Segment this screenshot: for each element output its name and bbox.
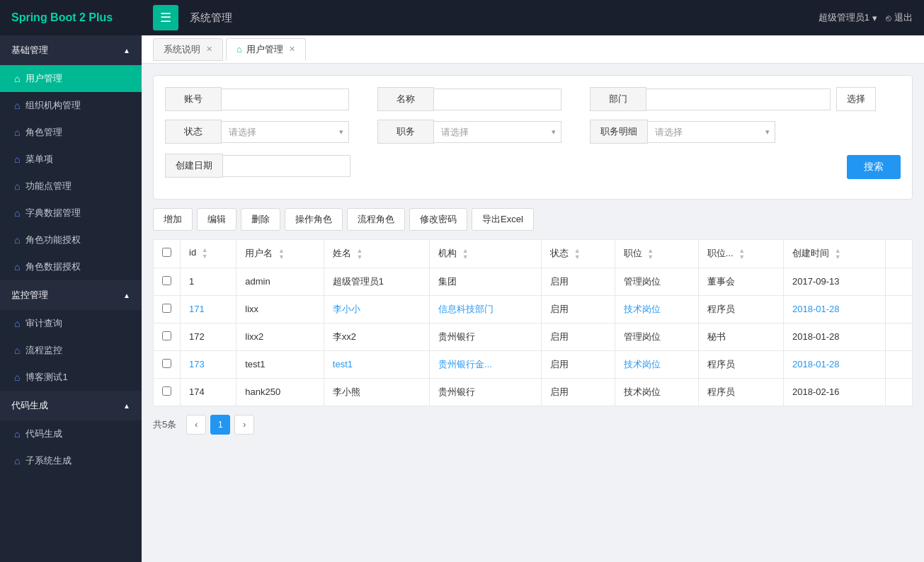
table-row: 174 hank250 李小熊 贵州银行 启用 技术岗位 程序员 2018-02… [154,378,913,406]
dept-input[interactable] [646,88,831,110]
cell-actions [885,323,912,350]
cell-username: hank250 [236,378,324,406]
user-dropdown-icon: ▾ [872,13,877,23]
tab-sysinfo[interactable]: 系统说明 ✕ [153,38,223,61]
search-form: 账号 名称 部门 选择 状态 请选择 启用 [153,75,913,200]
account-label: 账号 [165,87,222,111]
change-pwd-button[interactable]: 修改密码 [409,208,467,231]
tab-sysinfo-label: 系统说明 [164,43,200,56]
sidebar-item-dict-mgmt[interactable]: ⌂ 字典数据管理 [0,200,142,226]
sidebar-section-basic[interactable]: 基础管理 ▲ [0,35,142,65]
user-menu[interactable]: 超级管理员1 ▾ [819,11,877,24]
sidebar-item-menu[interactable]: ⌂ 菜单项 [0,146,142,173]
row-checkbox[interactable] [162,304,171,313]
cell-id: 171 [181,295,236,323]
cell-realname: 李小小 [324,295,429,323]
menu-toggle-button[interactable]: ☰ [153,5,178,30]
table-row: 173 test1 test1 贵州银行金... 启用 技术岗位 程序员 201… [154,350,913,378]
job-detail-select[interactable]: 请选择 [648,121,775,143]
row-checkbox[interactable] [162,359,171,368]
sidebar: 基础管理 ▲ ⌂ 用户管理 ⌂ 组织机构管理 ⌂ 角色管理 ⌂ 菜单项 ⌂ 功能… [0,35,142,562]
cell-position: 管理岗位 [615,323,698,350]
pagination-prev[interactable]: ‹ [186,415,206,435]
sidebar-item-user-mgmt[interactable]: ⌂ 用户管理 [0,65,142,92]
job-select[interactable]: 请选择 [434,121,561,143]
cell-created-at: 2018-01-28 [784,295,886,323]
sidebar-item-subsystem-gen[interactable]: ⌂ 子系统生成 [0,447,142,474]
sidebar-item-label-audit: 审计查询 [25,317,62,330]
cell-position-detail: 程序员 [698,295,783,323]
cell-status: 启用 [542,295,615,323]
cell-position-detail: 秘书 [698,323,783,350]
cell-created-at: 2018-01-28 [784,323,886,350]
form-row-2: 状态 请选择 启用 禁用 ▾ 职务 请选择 [165,120,901,144]
sidebar-item-audit[interactable]: ⌂ 审计查询 [0,310,142,337]
th-id: id ▲▼ [181,240,236,268]
sidebar-item-process-monitor[interactable]: ⌂ 流程监控 [0,337,142,364]
cell-created-at: 2018-01-28 [784,350,886,378]
sidebar-item-label-blog-test: 博客测试1 [25,371,67,384]
sidebar-item-org-mgmt[interactable]: ⌂ 组织机构管理 [0,92,142,119]
pagination: 共5条 ‹ 1 › [153,406,913,443]
sidebar-item-label-subsystem-gen: 子系统生成 [25,454,72,467]
pagination-page-1[interactable]: 1 [210,415,230,435]
sidebar-section-monitor[interactable]: 监控管理 ▲ [0,280,142,310]
export-excel-button[interactable]: 导出Excel [472,208,534,231]
sidebar-item-label-role-data-auth: 角色数据授权 [25,260,81,273]
home-icon-blog: ⌂ [14,372,20,383]
sidebar-section-codegen[interactable]: 代码生成 ▲ [0,391,142,420]
status-select[interactable]: 请选择 启用 禁用 [222,121,349,143]
select-all-checkbox[interactable] [162,248,171,257]
row-checkbox[interactable] [162,386,171,396]
pagination-next[interactable]: › [234,415,254,435]
sidebar-item-blog-test[interactable]: ⌂ 博客测试1 [0,364,142,391]
delete-button[interactable]: 删除 [241,208,280,231]
form-row-3: 创建日期 搜索 [165,152,901,179]
search-button[interactable]: 搜索 [847,155,901,179]
cell-username: lixx [236,295,324,323]
sidebar-item-role-func-auth[interactable]: ⌂ 角色功能授权 [0,226,142,253]
logout-button[interactable]: ⎋ 退出 [886,11,913,24]
choose-button[interactable]: 选择 [836,87,876,111]
tabs-bar: 系统说明 ✕ ⌂ 用户管理 ✕ [142,35,924,64]
row-checkbox[interactable] [162,276,171,285]
sidebar-section-basic-arrow: ▲ [123,47,130,55]
name-label: 名称 [377,87,434,111]
row-checkbox[interactable] [162,331,171,340]
content-area: 账号 名称 部门 选择 状态 请选择 启用 [142,64,924,562]
name-input[interactable] [434,88,561,110]
cell-actions [885,295,912,323]
sidebar-item-role-data-auth[interactable]: ⌂ 角色数据授权 [0,253,142,280]
job-detail-select-wrap: 请选择 ▾ [648,121,775,143]
tab-user-mgmt[interactable]: ⌂ 用户管理 ✕ [226,38,306,61]
cell-realname: test1 [324,350,429,378]
sort-icon-position: ▲▼ [647,248,654,260]
tab-sysinfo-close[interactable]: ✕ [206,45,212,54]
job-select-wrap: 请选择 ▾ [434,121,561,143]
sidebar-item-label-user-mgmt: 用户管理 [25,72,62,85]
flow-role-button[interactable]: 流程角色 [347,208,405,231]
form-row-1: 账号 名称 部门 选择 [165,87,901,111]
sort-icon-pos-detail: ▲▼ [738,248,745,260]
cell-actions [885,350,912,378]
sidebar-item-codegen[interactable]: ⌂ 代码生成 [0,420,142,447]
sort-icon-status: ▲▼ [574,248,581,260]
op-role-button[interactable]: 操作角色 [285,208,343,231]
th-username: 用户名 ▲▼ [236,240,324,268]
sidebar-section-codegen-arrow: ▲ [123,402,130,410]
sidebar-item-label-codegen: 代码生成 [25,428,62,440]
sort-icon-username: ▲▼ [278,248,285,260]
sidebar-item-label-org-mgmt: 组织机构管理 [25,99,81,112]
tab-user-mgmt-close[interactable]: ✕ [289,45,295,54]
action-bar: 增加 编辑 删除 操作角色 流程角色 修改密码 导出Excel [153,208,913,231]
edit-button[interactable]: 编辑 [197,208,236,231]
account-input[interactable] [222,88,349,110]
sidebar-item-func-mgmt[interactable]: ⌂ 功能点管理 [0,173,142,200]
sidebar-item-role-mgmt[interactable]: ⌂ 角色管理 [0,119,142,146]
home-icon-subsystem: ⌂ [14,455,20,466]
cell-position-detail: 程序员 [698,350,783,378]
cell-status: 启用 [542,323,615,350]
sidebar-section-monitor-arrow: ▲ [123,292,130,299]
add-button[interactable]: 增加 [153,208,193,231]
date-input[interactable] [223,155,350,177]
